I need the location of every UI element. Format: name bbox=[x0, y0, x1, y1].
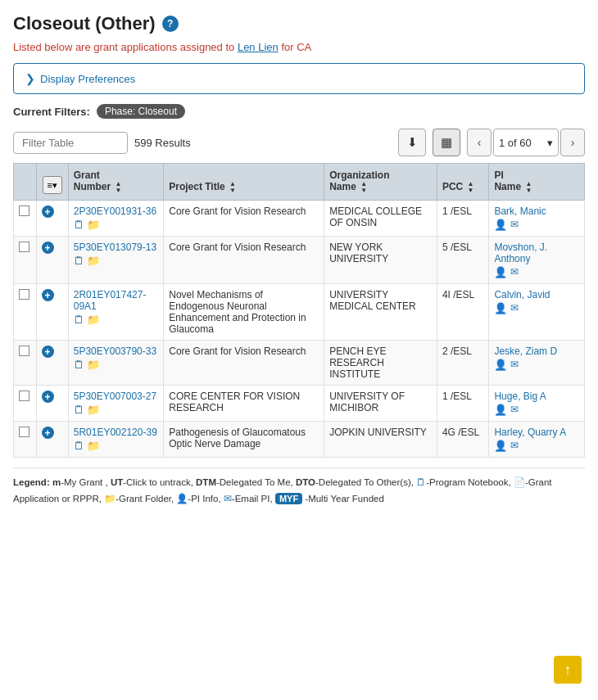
email-pi-icon[interactable]: ✉ bbox=[510, 359, 519, 371]
notebook-icon[interactable]: 🗒 bbox=[74, 404, 84, 416]
pi-name-link[interactable]: Bark, Manic bbox=[494, 205, 546, 217]
grant-number-link[interactable]: 5P30EY013079-13 bbox=[74, 242, 156, 253]
row-project-title: Core Grant for Vision Research bbox=[164, 237, 324, 284]
table-row: + 5P30EY013079-13 🗒 📁 Core Grant for Vis… bbox=[14, 237, 585, 284]
filters-row: Current Filters: Phase: Closeout bbox=[13, 104, 585, 119]
grant-number-link[interactable]: 5P30EY007003-27 bbox=[74, 391, 156, 402]
notebook-icon[interactable]: 🗒 bbox=[74, 359, 84, 371]
row-checkbox-cell bbox=[14, 422, 37, 458]
row-grant-number: 2R01EY017427-09A1 🗒 📁 bbox=[68, 284, 164, 341]
pi-name-link[interactable]: Jeske, Ziam D bbox=[494, 345, 557, 357]
header-pi-name[interactable]: PIName ▲▼ bbox=[489, 164, 585, 201]
legend-m: m bbox=[52, 477, 61, 487]
subtitle-prefix: Listed below are grant applications assi… bbox=[13, 41, 238, 53]
pi-name-link[interactable]: Huge, Big A bbox=[494, 391, 546, 402]
next-page-button[interactable]: › bbox=[560, 129, 585, 156]
row-checkbox-cell bbox=[14, 284, 37, 341]
row-pi-name: Jeske, Ziam D 👤 ✉ bbox=[489, 341, 585, 386]
header-pcc[interactable]: PCC ▲▼ bbox=[437, 164, 489, 201]
sort-arrows-grant: ▲▼ bbox=[115, 181, 121, 194]
folder-icon[interactable]: 📁 bbox=[87, 440, 100, 452]
header-org-name[interactable]: OrganizationName ▲▼ bbox=[324, 164, 437, 201]
row-pi-name: Huge, Big A 👤 ✉ bbox=[489, 386, 585, 422]
page-selector[interactable]: 1 of 60 ▾ bbox=[493, 129, 559, 156]
display-preferences-toggle[interactable]: ❯ Display Preferences bbox=[13, 63, 585, 94]
row-checkbox[interactable] bbox=[19, 345, 29, 356]
row-pi-name: Harley, Quarry A 👤 ✉ bbox=[489, 422, 585, 458]
scroll-top-button[interactable]: ↑ bbox=[554, 656, 582, 684]
prev-page-button[interactable]: ‹ bbox=[467, 129, 492, 156]
legend-dtm: DTM bbox=[196, 477, 216, 487]
filter-badge-phase[interactable]: Phase: Closeout bbox=[97, 104, 185, 119]
download-icon: ⬇ bbox=[407, 135, 418, 150]
email-pi-icon[interactable]: ✉ bbox=[510, 302, 519, 314]
expand-row-icon[interactable]: + bbox=[42, 205, 54, 218]
column-ctrl-button[interactable]: ≡▾ bbox=[43, 176, 62, 194]
myf-badge-legend: MYF bbox=[275, 493, 302, 504]
row-checkbox[interactable] bbox=[19, 427, 29, 437]
pi-info-icon[interactable]: 👤 bbox=[494, 404, 507, 416]
filters-label: Current Filters: bbox=[13, 106, 90, 118]
row-checkbox-cell bbox=[14, 237, 37, 284]
row-checkbox-cell bbox=[14, 341, 37, 386]
pi-name-link[interactable]: Movshon, J. Anthony bbox=[494, 242, 547, 264]
toolbar: 599 Results ⬇ ▦ ‹ 1 of 60 ▾ › bbox=[13, 129, 585, 156]
grant-number-link[interactable]: 2R01EY017427-09A1 bbox=[74, 289, 147, 312]
grants-table: ≡▾ GrantNumber ▲▼ Project Title ▲▼ Organ… bbox=[13, 163, 585, 458]
notebook-icon[interactable]: 🗒 bbox=[74, 440, 84, 452]
subtitle-user[interactable]: Len Lien bbox=[238, 41, 279, 53]
row-ctrl-cell: + bbox=[36, 341, 68, 386]
row-project-title: Core Grant for Vision Research bbox=[164, 201, 324, 237]
download-button[interactable]: ⬇ bbox=[398, 129, 426, 156]
grant-number-link[interactable]: 2P30EY001931-36 bbox=[74, 205, 156, 217]
row-checkbox[interactable] bbox=[19, 391, 29, 401]
rppr-icon-legend: 📄 bbox=[514, 477, 525, 487]
grid-view-button[interactable]: ▦ bbox=[433, 129, 460, 156]
table-row: + 5P30EY007003-27 🗒 📁 CORE CENTER FOR VI… bbox=[14, 386, 585, 422]
folder-icon[interactable]: 📁 bbox=[87, 219, 100, 231]
help-icon[interactable]: ? bbox=[162, 16, 179, 32]
pi-info-icon[interactable]: 👤 bbox=[494, 302, 507, 314]
pi-name-link[interactable]: Calvin, Javid bbox=[494, 289, 550, 300]
email-pi-icon[interactable]: ✉ bbox=[510, 440, 519, 452]
pi-info-icon[interactable]: 👤 bbox=[494, 359, 507, 371]
row-ctrl-cell: + bbox=[36, 284, 68, 341]
header-grant-number[interactable]: GrantNumber ▲▼ bbox=[68, 164, 164, 201]
folder-icon[interactable]: 📁 bbox=[87, 314, 100, 326]
row-checkbox[interactable] bbox=[19, 289, 29, 300]
row-org-name: UNIVERSITY MEDICAL CENTER bbox=[324, 284, 437, 341]
row-pcc: 1 /ESL bbox=[437, 386, 489, 422]
row-checkbox-cell bbox=[14, 386, 37, 422]
row-checkbox[interactable] bbox=[19, 205, 29, 216]
grant-number-link[interactable]: 5R01EY002120-39 bbox=[74, 427, 157, 438]
folder-icon[interactable]: 📁 bbox=[87, 255, 100, 267]
pi-info-icon[interactable]: 👤 bbox=[494, 219, 507, 231]
grant-number-link[interactable]: 5P30EY003790-33 bbox=[74, 345, 156, 357]
expand-row-icon[interactable]: + bbox=[42, 345, 54, 358]
page-title-container: Closeout (Other) ? bbox=[13, 13, 585, 34]
expand-row-icon[interactable]: + bbox=[42, 289, 54, 301]
pi-name-link[interactable]: Harley, Quarry A bbox=[494, 427, 566, 438]
expand-row-icon[interactable]: + bbox=[42, 427, 54, 439]
row-checkbox[interactable] bbox=[19, 242, 29, 252]
notebook-icon[interactable]: 🗒 bbox=[74, 314, 84, 326]
row-org-name: JOPKIN UNIVERSITY bbox=[324, 422, 437, 458]
expand-row-icon[interactable]: + bbox=[42, 242, 54, 254]
header-project-title[interactable]: Project Title ▲▼ bbox=[164, 164, 324, 201]
notebook-icon[interactable]: 🗒 bbox=[74, 219, 84, 231]
email-pi-icon[interactable]: ✉ bbox=[510, 266, 519, 278]
row-org-name: PENCH EYE RESEARCH INSTITUTE bbox=[324, 341, 437, 386]
row-pi-name: Bark, Manic 👤 ✉ bbox=[489, 201, 585, 237]
folder-icon[interactable]: 📁 bbox=[87, 359, 100, 371]
notebook-icon[interactable]: 🗒 bbox=[74, 255, 84, 267]
pi-info-icon[interactable]: 👤 bbox=[494, 440, 507, 452]
legend-dto: DTO bbox=[296, 477, 315, 487]
expand-row-icon[interactable]: + bbox=[42, 391, 54, 403]
pi-info-icon[interactable]: 👤 bbox=[494, 266, 507, 278]
email-pi-icon[interactable]: ✉ bbox=[510, 404, 519, 416]
sort-arrows-org: ▲▼ bbox=[360, 181, 367, 194]
email-pi-icon[interactable]: ✉ bbox=[510, 219, 519, 231]
prev-icon: ‹ bbox=[478, 136, 482, 149]
folder-icon[interactable]: 📁 bbox=[87, 404, 100, 416]
filter-table-input[interactable] bbox=[13, 132, 128, 154]
